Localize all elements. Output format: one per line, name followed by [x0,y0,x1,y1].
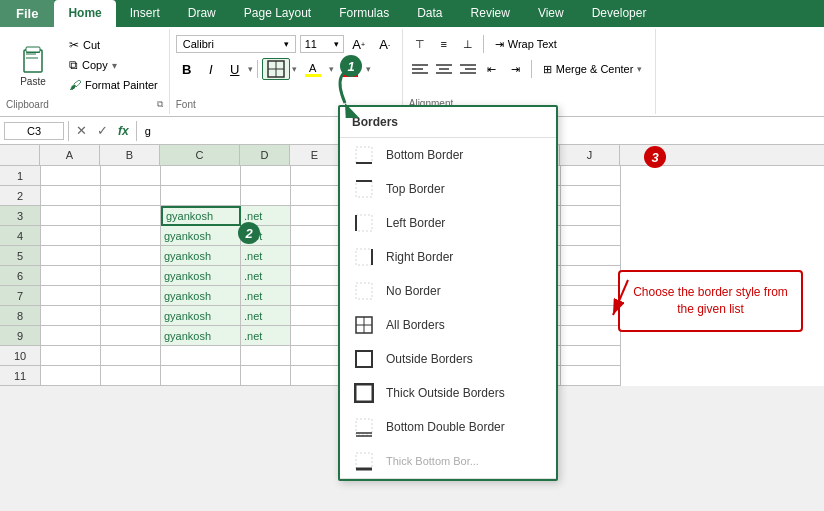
format-painter-button[interactable]: 🖌 Format Painter [64,75,163,95]
cell-e11[interactable] [291,366,341,386]
developer-tab[interactable]: Developer [578,0,661,27]
align-bottom-button[interactable]: ⊥ [457,33,479,55]
paste-button[interactable]: Paste [6,33,60,97]
cell-j5[interactable] [561,246,621,266]
row-header-5[interactable]: 5 [0,246,40,266]
cell-a3[interactable] [41,206,101,226]
cell-e4[interactable] [291,226,341,246]
cell-d2[interactable] [241,186,291,206]
cell-b4[interactable] [101,226,161,246]
row-header-4[interactable]: 4 [0,226,40,246]
col-header-j[interactable]: J [560,145,620,165]
cell-j6[interactable] [561,266,621,286]
cell-a8[interactable] [41,306,101,326]
row-header-9[interactable]: 9 [0,326,40,346]
indent-increase-button[interactable]: ⇥ [505,58,527,80]
font-name-dropdown[interactable]: Calibri ▾ [176,35,296,53]
cell-c5[interactable]: gyankosh [161,246,241,266]
row-header-1[interactable]: 1 [0,166,40,186]
cell-a7[interactable] [41,286,101,306]
clipboard-expand-icon[interactable]: ⧉ [157,99,163,110]
insert-tab[interactable]: Insert [116,0,174,27]
right-border-item[interactable]: Right Border [340,240,556,274]
align-center-button[interactable] [433,58,455,80]
data-tab[interactable]: Data [403,0,456,27]
cell-reference[interactable] [4,122,64,140]
increase-font-button[interactable]: A+ [348,33,370,55]
decrease-font-button[interactable]: A- [374,33,396,55]
thick-outside-borders-item[interactable]: Thick Outside Borders [340,376,556,410]
bottom-border-item[interactable]: Bottom Border [340,138,556,172]
cell-d1[interactable] [241,166,291,186]
cell-d8[interactable]: .net [241,306,291,326]
confirm-formula-icon[interactable]: ✓ [94,123,111,138]
row-header-10[interactable]: 10 [0,346,40,366]
cell-j9[interactable] [561,326,621,346]
cell-e7[interactable] [291,286,341,306]
col-header-e[interactable]: E [290,145,340,165]
cell-b6[interactable] [101,266,161,286]
borders-arrow[interactable]: ▾ [292,64,297,74]
align-top-button[interactable]: ⊤ [409,33,431,55]
cancel-formula-icon[interactable]: ✕ [73,123,90,138]
cell-e8[interactable] [291,306,341,326]
row-header-8[interactable]: 8 [0,306,40,326]
no-border-item[interactable]: No Border [340,274,556,308]
cell-j3[interactable] [561,206,621,226]
cell-a11[interactable] [41,366,101,386]
cell-j7[interactable] [561,286,621,306]
bold-button[interactable]: B [176,58,198,80]
cell-d6[interactable]: .net [241,266,291,286]
italic-button[interactable]: I [200,58,222,80]
cell-d11[interactable] [241,366,291,386]
cell-c1[interactable] [161,166,241,186]
copy-button[interactable]: ⧉ Copy ▾ [64,55,163,75]
cell-c11[interactable] [161,366,241,386]
cell-c10[interactable] [161,346,241,366]
cell-a6[interactable] [41,266,101,286]
cell-e10[interactable] [291,346,341,366]
cell-c7[interactable]: gyankosh [161,286,241,306]
cell-c4[interactable]: gyankosh [161,226,241,246]
cell-b3[interactable] [101,206,161,226]
cell-a10[interactable] [41,346,101,366]
cell-e3[interactable] [291,206,341,226]
align-left-button[interactable] [409,58,431,80]
cell-j8[interactable] [561,306,621,326]
cell-e6[interactable] [291,266,341,286]
cell-c9[interactable]: gyankosh [161,326,241,346]
cell-d5[interactable]: .net [241,246,291,266]
cell-b8[interactable] [101,306,161,326]
cell-b11[interactable] [101,366,161,386]
fill-color-button[interactable]: A [299,58,327,80]
cell-b10[interactable] [101,346,161,366]
cell-a1[interactable] [41,166,101,186]
cell-a4[interactable] [41,226,101,246]
cell-j10[interactable] [561,346,621,366]
left-border-item[interactable]: Left Border [340,206,556,240]
cell-j2[interactable] [561,186,621,206]
cell-a5[interactable] [41,246,101,266]
top-border-item[interactable]: Top Border [340,172,556,206]
col-header-a[interactable]: A [40,145,100,165]
cell-d9[interactable]: .net [241,326,291,346]
review-tab[interactable]: Review [457,0,524,27]
underline-button[interactable]: U [224,58,246,80]
indent-decrease-button[interactable]: ⇤ [481,58,503,80]
thick-bottom-border-item[interactable]: Thick Bottom Bor... [340,444,556,479]
align-right-button[interactable] [457,58,479,80]
cell-b7[interactable] [101,286,161,306]
page-layout-tab[interactable]: Page Layout [230,0,325,27]
merge-center-button[interactable]: ⊞ Merge & Center ▾ [536,60,650,79]
row-header-11[interactable]: 11 [0,366,40,386]
cell-c2[interactable] [161,186,241,206]
row-header-6[interactable]: 6 [0,266,40,286]
bottom-double-border-item[interactable]: Bottom Double Border [340,410,556,444]
cell-a9[interactable] [41,326,101,346]
cell-d7[interactable]: .net [241,286,291,306]
cell-e2[interactable] [291,186,341,206]
row-header-3[interactable]: 3 [0,206,40,226]
cell-c6[interactable]: gyankosh [161,266,241,286]
insert-function-icon[interactable]: fx [115,124,132,138]
cell-e5[interactable] [291,246,341,266]
